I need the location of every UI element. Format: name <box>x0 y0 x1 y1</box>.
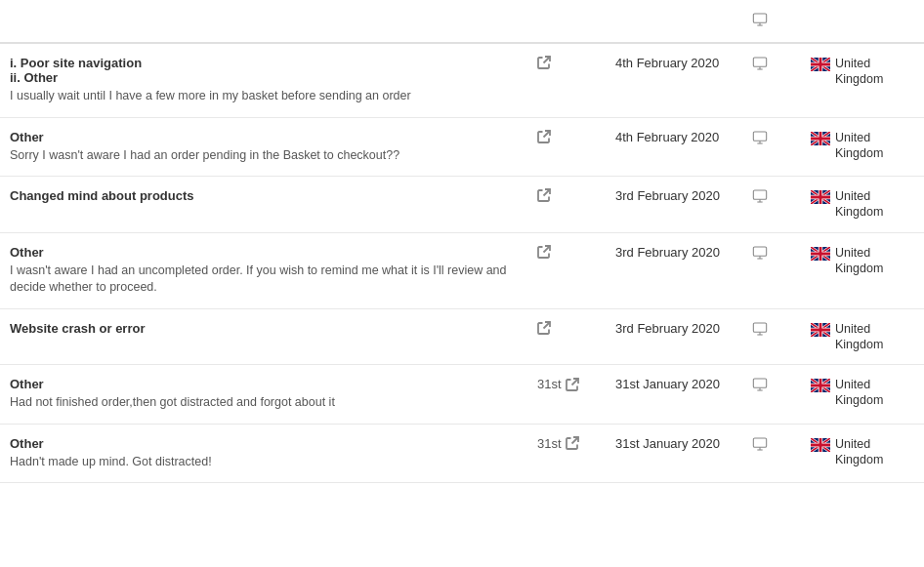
device-cell <box>742 177 801 233</box>
response-cell: OtherSorry I wasn't aware I had an order… <box>0 117 527 177</box>
response-cell: OtherHad not finished order,then got dis… <box>0 365 527 425</box>
table-row: OtherHadn't made up mind. Got distracted… <box>0 424 924 483</box>
table-row: OtherHad not finished order,then got dis… <box>0 365 924 425</box>
country-cell: United Kingdom <box>801 424 924 483</box>
svg-rect-0 <box>753 14 766 22</box>
page-cell <box>527 43 606 117</box>
monitor-icon <box>752 440 768 455</box>
page-cell <box>527 308 606 365</box>
svg-rect-14 <box>753 190 766 199</box>
country-cell: United Kingdom <box>801 232 924 308</box>
external-link-icon[interactable] <box>566 436 579 450</box>
date-cell: 3rd February 2020 <box>606 232 742 308</box>
svg-line-23 <box>544 322 551 329</box>
svg-rect-4 <box>753 58 766 66</box>
response-cell: OtherHadn't made up mind. Got distracted… <box>0 424 527 483</box>
country-name: United Kingdom <box>835 377 914 409</box>
reason-comment: I wasn't aware I had an uncompleted orde… <box>10 263 518 297</box>
country-name: United Kingdom <box>835 188 914 221</box>
device-cell <box>742 232 801 308</box>
header-country <box>801 0 924 43</box>
monitor-icon <box>752 192 768 207</box>
reason-label: Changed mind about products <box>10 188 518 203</box>
monitor-icon <box>752 325 768 340</box>
device-cell <box>742 424 801 483</box>
svg-rect-29 <box>753 379 766 387</box>
table-row: Website crash or error 3rd February 2020… <box>0 308 924 365</box>
reason-comment: Hadn't made up mind. Got distracted! <box>10 454 518 471</box>
svg-rect-19 <box>753 247 766 256</box>
country-name: United Kingdom <box>835 436 914 468</box>
reason-label: Other <box>10 130 518 144</box>
reason-label: Other <box>10 436 518 451</box>
date-cell: 4th February 2020 <box>606 43 742 117</box>
external-link-icon[interactable] <box>537 130 551 143</box>
monitor-icon <box>752 249 768 263</box>
reason-comment: Had not finished order,then got distract… <box>10 394 518 412</box>
reason-label: Website crash or error <box>10 321 518 336</box>
external-link-icon[interactable] <box>537 245 551 259</box>
monitor-icon <box>752 134 768 148</box>
table-row: OtherSorry I wasn't aware I had an order… <box>0 117 924 177</box>
page-cell <box>527 117 606 177</box>
response-cell: OtherI wasn't aware I had an uncompleted… <box>0 232 527 308</box>
table-row: Changed mind about products 3rd February… <box>0 177 924 233</box>
monitor-icon <box>752 16 768 30</box>
reason-label: Other <box>10 377 518 391</box>
monitor-icon <box>752 381 768 395</box>
country-cell: United Kingdom <box>801 308 924 365</box>
svg-line-28 <box>571 379 578 385</box>
device-cell <box>742 43 801 117</box>
external-link-icon[interactable] <box>537 56 551 69</box>
page-cell <box>527 177 606 233</box>
responses-table: i. Poor site navigationii. OtherI usuall… <box>0 0 924 483</box>
reason-label: Other <box>10 245 518 260</box>
device-cell <box>742 117 801 177</box>
country-name: United Kingdom <box>835 245 914 277</box>
svg-line-33 <box>571 437 578 444</box>
external-link-icon[interactable] <box>537 188 551 202</box>
country-name: United Kingdom <box>835 130 914 162</box>
country-cell: United Kingdom <box>801 117 924 177</box>
header-question <box>0 0 527 43</box>
reason-comment: I usually wait until I have a few more i… <box>10 88 518 105</box>
svg-line-18 <box>544 246 551 253</box>
page-number: 31st <box>537 377 562 391</box>
header-date <box>606 0 742 43</box>
external-link-icon[interactable] <box>537 321 551 335</box>
date-cell: 3rd February 2020 <box>606 177 742 233</box>
page-number: 31st <box>537 436 562 451</box>
device-cell <box>742 308 801 365</box>
page-cell: 31st <box>527 365 606 425</box>
page-cell <box>527 232 606 308</box>
svg-line-3 <box>544 57 551 63</box>
country-cell: United Kingdom <box>801 43 924 117</box>
page-cell: 31st <box>527 424 606 483</box>
svg-line-13 <box>544 189 551 196</box>
response-cell: Changed mind about products <box>0 177 527 233</box>
device-cell <box>742 365 801 425</box>
monitor-icon <box>752 60 768 74</box>
svg-rect-34 <box>753 438 766 447</box>
date-cell: 31st January 2020 <box>606 365 742 425</box>
country-name: United Kingdom <box>835 56 914 88</box>
response-cell: Website crash or error <box>0 308 527 365</box>
svg-rect-24 <box>753 323 766 332</box>
country-cell: United Kingdom <box>801 177 924 233</box>
table-row: OtherI wasn't aware I had an uncompleted… <box>0 232 924 308</box>
svg-rect-9 <box>753 132 766 141</box>
reason-label: i. Poor site navigationii. Other <box>10 56 518 85</box>
date-cell: 4th February 2020 <box>606 117 742 177</box>
header-page <box>527 0 606 43</box>
country-cell: United Kingdom <box>801 365 924 425</box>
header-device <box>742 0 801 43</box>
svg-line-8 <box>544 131 551 138</box>
table-row: i. Poor site navigationii. OtherI usuall… <box>0 43 924 117</box>
reason-comment: Sorry I wasn't aware I had an order pend… <box>10 147 518 165</box>
response-cell: i. Poor site navigationii. OtherI usuall… <box>0 43 527 117</box>
country-name: United Kingdom <box>835 321 914 353</box>
date-cell: 3rd February 2020 <box>606 308 742 365</box>
external-link-icon[interactable] <box>566 378 579 391</box>
date-cell: 31st January 2020 <box>606 424 742 483</box>
